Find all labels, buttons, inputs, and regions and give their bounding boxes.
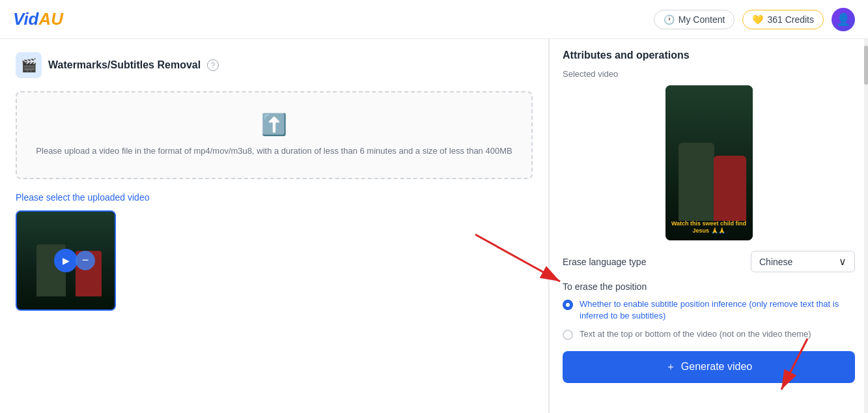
my-content-button[interactable]: 🕐 My Content bbox=[654, 10, 735, 29]
erase-language-row: Erase language type Chinese ∨ bbox=[563, 251, 855, 272]
avatar-inner: 👤 bbox=[832, 8, 855, 31]
preview-person2 bbox=[714, 156, 746, 221]
logo: VidAU bbox=[13, 9, 63, 29]
radio-subtitle-text: Whether to enable subtitle position infe… bbox=[580, 298, 855, 322]
page-title-row: 🎬 Watermarks/Subtitles Removal ? bbox=[16, 52, 533, 78]
generate-button-label: Generate video bbox=[681, 361, 752, 373]
erase-language-label: Erase language type bbox=[563, 257, 646, 267]
selected-video-label: Selected video bbox=[563, 69, 855, 79]
header: VidAU 🕐 My Content 💛 361 Credits 👤 bbox=[0, 0, 868, 39]
video-grid: ▶ − bbox=[16, 210, 533, 311]
page-icon: 🎬 bbox=[16, 52, 42, 78]
language-select[interactable]: Chinese ∨ bbox=[751, 251, 855, 272]
help-icon[interactable]: ? bbox=[207, 59, 219, 71]
left-panel: 🎬 Watermarks/Subtitles Removal ? ⬆️ Plea… bbox=[0, 39, 549, 413]
generate-button[interactable]: ＋ Generate video bbox=[563, 351, 855, 383]
video-section-label: Please select the uploaded video bbox=[16, 192, 533, 203]
upload-text: Please upload a video file in the format… bbox=[30, 145, 518, 158]
minus-button[interactable]: − bbox=[76, 251, 95, 270]
scrollbar-thumb[interactable] bbox=[864, 46, 868, 85]
radio-option-subtitle[interactable]: Whether to enable subtitle position infe… bbox=[563, 298, 855, 322]
radio-subtitle-circle[interactable] bbox=[563, 300, 573, 310]
preview-scene: Watch this sweet child find Jesus 🙏🙏 bbox=[665, 85, 753, 240]
header-actions: 🕐 My Content 💛 361 Credits 👤 bbox=[654, 8, 855, 31]
clock-icon: 🕐 bbox=[664, 14, 675, 25]
avatar[interactable]: 👤 bbox=[832, 8, 855, 31]
right-panel: Attributes and operations Selected video… bbox=[549, 39, 868, 413]
radio-option-top-bottom[interactable]: Text at the top or bottom of the video (… bbox=[563, 328, 855, 340]
position-section: To erase the position Whether to enable … bbox=[563, 281, 855, 341]
preview-caption: Watch this sweet child find Jesus 🙏🙏 bbox=[665, 220, 753, 235]
scrollbar-track bbox=[864, 39, 868, 413]
generate-plus-icon: ＋ bbox=[665, 360, 676, 374]
preview-person1 bbox=[679, 143, 714, 221]
video-preview: Watch this sweet child find Jesus 🙏🙏 bbox=[665, 85, 753, 240]
chevron-down-icon: ∨ bbox=[839, 255, 847, 268]
language-selected-text: Chinese bbox=[759, 257, 792, 267]
heart-icon: 💛 bbox=[752, 14, 763, 25]
play-button[interactable]: ▶ bbox=[54, 249, 77, 272]
position-title: To erase the position bbox=[563, 281, 855, 292]
page-title: Watermarks/Subtitles Removal bbox=[48, 59, 201, 71]
my-content-label: My Content bbox=[679, 14, 725, 25]
radio-topbottom-text: Text at the top or bottom of the video (… bbox=[580, 328, 811, 340]
main-container: 🎬 Watermarks/Subtitles Removal ? ⬆️ Plea… bbox=[0, 39, 868, 413]
radio-topbottom-circle[interactable] bbox=[563, 330, 573, 340]
attributes-title: Attributes and operations bbox=[563, 50, 855, 61]
video-thumbnail[interactable]: ▶ − bbox=[16, 210, 116, 311]
credits-label: 361 Credits bbox=[767, 14, 814, 25]
upload-icon: ⬆️ bbox=[30, 112, 518, 137]
upload-area[interactable]: ⬆️ Please upload a video file in the for… bbox=[16, 91, 533, 179]
credits-button[interactable]: 💛 361 Credits bbox=[742, 10, 824, 29]
